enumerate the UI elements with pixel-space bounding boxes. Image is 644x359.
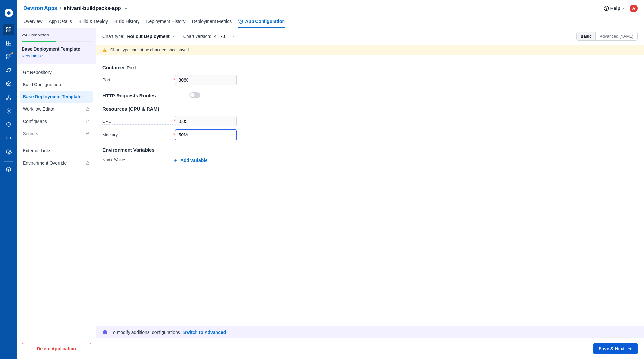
add-variable-label: Add variable — [180, 158, 207, 163]
breadcrumb-current: shivani-buildpacks-app — [64, 5, 121, 11]
sidebar-item-environment-override[interactable]: Environment Override — [20, 157, 93, 169]
chart-version-select[interactable]: 4.17.0 — [214, 34, 235, 39]
plus-icon — [173, 158, 178, 163]
user-avatar[interactable]: A — [630, 5, 638, 12]
chevron-down-icon[interactable] — [124, 6, 128, 11]
port-label: Port — [102, 77, 173, 83]
section-container-port: Container Port — [102, 65, 638, 70]
need-help-link[interactable]: Need help? — [22, 54, 91, 58]
sidebar-item-base-deployment-template[interactable]: Base Deployment Template — [20, 91, 93, 103]
sidebar-item-label: Environment Override — [23, 160, 67, 165]
panel-toolbar: Chart type: Rollout Deployment Chart ver… — [96, 28, 644, 45]
devtron-logo — [3, 7, 14, 19]
help-menu[interactable]: Help — [603, 5, 625, 11]
breadcrumb-sep: / — [60, 5, 61, 11]
cpu-label: CPU — [102, 119, 173, 125]
sidebar-list: Git Repository Build Configuration Base … — [17, 64, 96, 338]
sidebar-item-configmaps[interactable]: ConfigMaps — [20, 115, 93, 127]
rail-item-security[interactable] — [3, 119, 14, 130]
tab-deployment-metrics[interactable]: Deployment Metrics — [192, 15, 232, 28]
svg-rect-1 — [6, 27, 8, 29]
memory-label: Memory — [102, 132, 173, 138]
section-env-vars: Environment Variables — [102, 147, 638, 153]
svg-rect-18 — [86, 121, 89, 123]
rail-item-settings[interactable] — [3, 146, 14, 157]
delete-app-wrap: Delete Application — [17, 338, 96, 359]
info-bar: To modify additional configurations Swit… — [96, 326, 644, 338]
lock-icon — [85, 131, 90, 136]
svg-rect-21 — [104, 49, 105, 50]
seg-advanced-yaml[interactable]: Advanced (YAML) — [595, 32, 637, 40]
view-mode-toggle: Basic Advanced (YAML) — [576, 32, 638, 41]
svg-rect-17 — [86, 109, 89, 110]
rail-item-config[interactable] — [3, 105, 14, 117]
svg-point-10 — [6, 99, 7, 100]
notification-dot — [11, 52, 13, 54]
rail-item-cube[interactable] — [3, 78, 14, 90]
status-card: 2/4 Completed Base Deployment Template N… — [17, 28, 96, 64]
sidebar-item-external-links[interactable]: External Links — [20, 145, 93, 156]
breadcrumb-root[interactable]: Devtron Apps — [24, 5, 57, 11]
http-routes-toggle[interactable] — [189, 92, 200, 98]
info-icon — [102, 330, 108, 335]
sidebar-item-git-repository[interactable]: Git Repository — [20, 66, 93, 78]
rail-item-deploy[interactable] — [3, 65, 14, 76]
svg-rect-24 — [105, 332, 105, 334]
progress-bar — [22, 41, 91, 42]
arrow-right-icon — [627, 346, 632, 351]
status-completed-text: 2/4 Completed — [22, 33, 91, 37]
seg-basic[interactable]: Basic — [577, 32, 596, 40]
add-variable-button[interactable]: Add variable — [173, 158, 207, 163]
sidebar-item-build-configuration[interactable]: Build Configuration — [20, 79, 93, 90]
rail-item-code[interactable] — [3, 132, 14, 144]
rail-item-apps[interactable] — [3, 24, 14, 35]
name-value-label: Name/Value — [102, 157, 173, 163]
chevron-down-icon — [172, 35, 176, 38]
warning-text: Chart type cannot be changed once saved. — [110, 47, 190, 52]
chart-type-value: Rollout Deployment — [127, 34, 169, 39]
tab-overview[interactable]: Overview — [24, 15, 42, 28]
memory-input[interactable] — [175, 130, 237, 140]
svg-point-9 — [8, 95, 9, 96]
warning-banner: Chart type cannot be changed once saved. — [96, 45, 644, 55]
switch-to-advanced-link[interactable]: Switch to Advanced — [183, 330, 226, 335]
form-area: Container Port Port* HTTP Requests Route… — [96, 55, 644, 326]
sidebar-item-workflow-editor[interactable]: Workflow Editor — [20, 103, 93, 115]
tab-build-history[interactable]: Build History — [114, 15, 140, 28]
svg-rect-3 — [6, 30, 8, 32]
save-next-button[interactable]: Save & Next — [593, 343, 638, 354]
svg-rect-20 — [86, 163, 89, 164]
save-next-label: Save & Next — [599, 346, 625, 351]
sidebar-item-secrets[interactable]: Secrets — [20, 128, 93, 139]
rail-item-charts[interactable] — [3, 37, 14, 49]
chart-version-value: 4.17.0 — [214, 34, 226, 39]
port-input[interactable] — [175, 75, 237, 85]
svg-point-15 — [606, 9, 606, 10]
svg-point-13 — [8, 151, 9, 153]
rail-item-store[interactable] — [3, 51, 14, 63]
tab-app-details[interactable]: App Details — [49, 15, 72, 28]
nav-tabs: Overview App Details Build & Deploy Buil… — [24, 15, 638, 28]
section-resources: Resources (CPU & RAM) — [102, 106, 638, 112]
tab-deployment-history[interactable]: Deployment History — [146, 15, 185, 28]
svg-point-11 — [10, 99, 11, 100]
rail-separator — [4, 161, 13, 162]
sidebar-item-label: External Links — [23, 148, 51, 153]
status-card-title: Base Deployment Template — [22, 46, 91, 52]
rail-item-nodes[interactable] — [3, 92, 14, 103]
svg-point-16 — [240, 21, 241, 22]
page-header: Devtron Apps / shivani-buildpacks-app He… — [17, 0, 644, 28]
tab-app-configuration[interactable]: App Configuration — [238, 15, 285, 28]
lock-icon — [85, 161, 90, 165]
section-http-routes-label: HTTP Requests Routes — [102, 93, 156, 98]
breadcrumb: Devtron Apps / shivani-buildpacks-app — [24, 5, 128, 11]
delete-application-button[interactable]: Delete Application — [22, 343, 91, 354]
chart-type-select[interactable]: Rollout Deployment — [127, 34, 175, 39]
svg-rect-25 — [105, 331, 105, 331]
rail-item-stack[interactable] — [3, 164, 14, 175]
tab-build-deploy[interactable]: Build & Deploy — [78, 15, 108, 28]
lock-icon — [85, 119, 90, 124]
sidebar-separator — [22, 142, 91, 142]
cpu-input[interactable] — [175, 116, 237, 126]
panel-footer: Save & Next — [96, 338, 644, 359]
